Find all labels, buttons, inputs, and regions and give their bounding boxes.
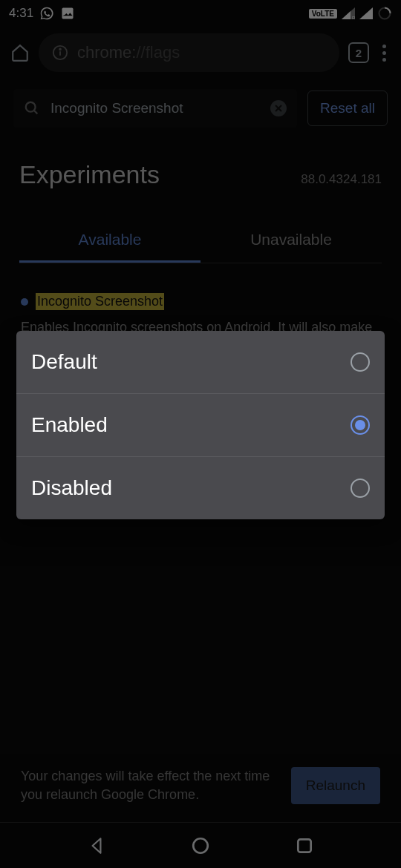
option-default[interactable]: Default [16,331,385,394]
omnibox-url: chrome://flags [77,43,180,62]
radio-icon [351,415,370,435]
relaunch-button[interactable]: Relaunch [291,767,380,804]
svg-point-5 [59,49,61,50]
back-icon[interactable] [87,836,106,855]
search-input[interactable] [50,100,260,116]
radio-icon [351,479,370,498]
svg-point-10 [193,838,208,853]
clear-search-button[interactable] [270,100,287,116]
flag-name: Incognito Screenshot [36,293,164,310]
close-icon [274,104,283,113]
info-icon [52,45,68,61]
status-time: 4:31 [9,6,33,21]
radio-icon [351,352,370,372]
svg-point-6 [26,102,36,112]
search-icon [24,100,40,116]
home-nav-icon[interactable] [191,836,210,855]
chrome-toolbar: chrome://flags 2 [0,27,401,79]
relaunch-bar: Your changes will take effect the next t… [0,754,401,822]
volte-badge: VoLTE [309,9,337,19]
omnibox[interactable]: chrome://flags [39,33,339,72]
option-enabled[interactable]: Enabled [16,394,385,457]
photos-icon [60,6,75,21]
search-box[interactable] [13,89,297,128]
version-label: 88.0.4324.181 [301,172,382,187]
flag-dropdown: Default Enabled Disabled [16,331,385,519]
option-label: Default [31,350,97,374]
signal-4g-icon [359,7,373,19]
signal-icon: R [342,7,355,19]
svg-line-7 [34,111,38,114]
svg-rect-0 [62,8,74,19]
relaunch-message: Your changes will take effect the next t… [21,767,276,804]
flag-status-dot [21,298,28,306]
option-label: Disabled [31,476,112,500]
svg-text:R: R [352,16,355,19]
home-icon[interactable] [10,43,30,62]
status-bar: 4:31 VoLTE R [0,0,401,27]
reset-all-button[interactable]: Reset all [307,91,388,126]
option-disabled[interactable]: Disabled [16,457,385,519]
tabs-button[interactable]: 2 [348,42,369,63]
svg-rect-11 [298,839,310,852]
navigation-bar [0,822,401,868]
page-title: Experiments [19,160,160,189]
whatsapp-icon [39,6,54,21]
tab-unavailable[interactable]: Unavailable [200,219,382,263]
option-label: Enabled [31,413,108,437]
recent-apps-icon[interactable] [295,836,314,855]
tab-available[interactable]: Available [19,219,200,263]
tabs: Available Unavailable [19,219,382,263]
flags-page: Reset all Experiments 88.0.4324.181 Avai… [0,79,401,358]
menu-button[interactable] [378,45,391,62]
loading-spinner-icon [377,6,392,21]
